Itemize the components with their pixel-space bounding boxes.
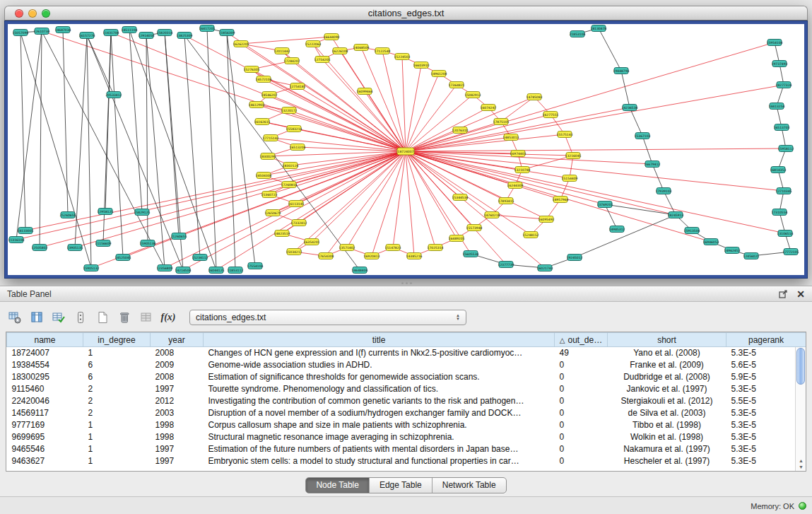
network-node[interactable]: 16099464	[357, 88, 373, 95]
cell-year[interactable]: 1997	[151, 455, 204, 467]
cell-in_degree[interactable]: 2	[83, 383, 151, 395]
cell-year[interactable]: 2008	[151, 371, 204, 383]
network-edge[interactable]	[406, 42, 775, 151]
network-node[interactable]: 14853013	[503, 134, 519, 141]
column-header-in_degree[interactable]: in_degree	[83, 333, 151, 347]
network-node[interactable]: 17772105	[783, 249, 799, 255]
network-node[interactable]: 19737493	[772, 61, 788, 67]
show-columns-button[interactable]	[28, 308, 46, 327]
network-node[interactable]: 12456021	[743, 253, 760, 259]
cell-pagerank[interactable]: 5.3E-5	[726, 455, 806, 467]
table-row[interactable]: 1830029562008Estimation of significance …	[7, 371, 806, 383]
cell-title[interactable]: Embryonic stem cells: a model to study s…	[204, 455, 555, 467]
table-row[interactable]: 946362711997Embryonic stem cells: a mode…	[7, 455, 806, 467]
network-node[interactable]: 16262205	[233, 41, 249, 47]
column-header-short[interactable]: short	[608, 333, 726, 347]
tab-edge-table[interactable]: Edge Table	[369, 478, 432, 493]
network-node[interactable]: 16095492	[539, 216, 555, 223]
cell-name[interactable]: 9463627	[7, 455, 83, 467]
network-node[interactable]: 15583214	[286, 126, 302, 132]
network-edge[interactable]	[575, 215, 676, 257]
network-node[interactable]: 15154409	[562, 175, 578, 182]
cell-name[interactable]: 9699695	[7, 431, 83, 443]
network-node[interactable]: 15360723	[261, 192, 278, 198]
network-node[interactable]: 16226108	[332, 48, 348, 54]
network-edge[interactable]	[406, 151, 676, 215]
network-edge[interactable]	[599, 28, 621, 71]
network-node[interactable]: 21260655	[171, 233, 187, 240]
network-edge[interactable]	[105, 33, 111, 211]
cell-short[interactable]: Franke et al. (2009)	[608, 359, 726, 371]
cell-out_de[interactable]: 0	[555, 455, 608, 467]
network-node[interactable]: 13571402	[339, 245, 355, 251]
change-table-mode-button[interactable]	[6, 308, 24, 327]
network-edge[interactable]	[365, 91, 406, 151]
cell-name[interactable]: 18300295	[7, 371, 83, 383]
network-node[interactable]: 14572104	[256, 76, 272, 83]
network-edge[interactable]	[87, 35, 91, 268]
cell-name[interactable]: 19384554	[7, 359, 83, 371]
network-edge[interactable]	[406, 107, 630, 151]
network-node[interactable]: 15605534	[463, 251, 479, 257]
network-node[interactable]: 11431708	[103, 30, 119, 36]
network-node[interactable]: 14612903	[249, 102, 265, 108]
network-node[interactable]: 13106514	[777, 230, 794, 237]
network-node[interactable]: 18302124	[283, 163, 299, 169]
cell-pagerank[interactable]: 5.9E-5	[726, 371, 806, 383]
network-node[interactable]: 13825309	[177, 33, 193, 39]
network-node[interactable]: 17310554	[772, 209, 788, 216]
network-node[interactable]: 15905132	[83, 265, 100, 271]
network-node[interactable]: 16074247	[481, 105, 497, 111]
network-node[interactable]: 16157278	[79, 33, 95, 39]
network-node[interactable]: 16489205	[449, 235, 465, 242]
network-node[interactable]: 17715142	[263, 135, 279, 141]
network-edge[interactable]	[501, 97, 534, 122]
cell-short[interactable]: Jankovic et al. (1997)	[608, 383, 726, 395]
network-canvas[interactable]: 1872400716262205120114421728420715276305…	[8, 24, 804, 275]
network-edge[interactable]	[664, 191, 676, 215]
network-hub-node[interactable]: 18724007	[397, 148, 414, 155]
network-edge[interactable]	[406, 151, 785, 233]
network-node[interactable]: 17122549	[375, 48, 391, 54]
cell-pagerank[interactable]: 5.3E-5	[726, 431, 806, 443]
network-node[interactable]: 13769201	[597, 201, 613, 208]
splitter-grip[interactable]	[394, 281, 418, 285]
network-node[interactable]: 12377739	[498, 262, 514, 268]
network-node[interactable]: 14648404	[352, 267, 368, 274]
network-edge[interactable]	[406, 97, 534, 151]
network-node[interactable]: 17364821	[449, 82, 465, 88]
cell-name[interactable]: 18724007	[7, 347, 83, 359]
network-node[interactable]: 17332412	[291, 220, 307, 226]
cell-short[interactable]: Wolkin et al. (1998)	[608, 431, 726, 443]
network-edge[interactable]	[406, 151, 560, 199]
cell-year[interactable]: 2003	[151, 407, 204, 419]
network-node[interactable]: 12754205	[314, 57, 331, 63]
cell-in_degree[interactable]: 2	[83, 407, 151, 419]
window-titlebar[interactable]: citations_edges.txt	[4, 6, 808, 21]
cell-pagerank[interactable]: 5.3E-5	[726, 443, 806, 455]
network-node[interactable]: 16162615	[254, 119, 271, 125]
network-node[interactable]: 14236538	[622, 105, 638, 111]
network-node[interactable]: 18277324	[776, 82, 792, 88]
network-node[interactable]: 15082913	[465, 92, 481, 98]
cell-out_de[interactable]: 0	[555, 359, 608, 371]
network-node[interactable]: 15913504	[684, 228, 700, 234]
minimize-button[interactable]	[28, 9, 37, 18]
cell-title[interactable]: Investigating the contribution of common…	[204, 395, 555, 407]
float-panel-button[interactable]	[778, 289, 788, 299]
network-node[interactable]: 11853112	[228, 267, 244, 274]
network-edge[interactable]	[402, 57, 406, 151]
cell-year[interactable]: 1997	[151, 443, 204, 455]
cell-short[interactable]: Stergiakouli et al. (2012)	[608, 395, 726, 407]
network-node[interactable]: 11856309	[219, 30, 235, 36]
network-node[interactable]: 15958112	[778, 146, 794, 152]
table-row[interactable]: 1938455462009Genome-wide association stu…	[7, 359, 806, 371]
network-node[interactable]: 19448794	[613, 68, 630, 74]
cell-year[interactable]: 2008	[151, 347, 204, 359]
network-node[interactable]: 15234112	[192, 255, 208, 261]
scroll-up-icon[interactable]: ▲	[799, 457, 804, 464]
delete-table-button[interactable]	[115, 308, 134, 327]
tab-network-table[interactable]: Network Table	[432, 478, 506, 493]
network-edge[interactable]	[406, 151, 414, 256]
network-node[interactable]: 14957964	[553, 197, 569, 203]
